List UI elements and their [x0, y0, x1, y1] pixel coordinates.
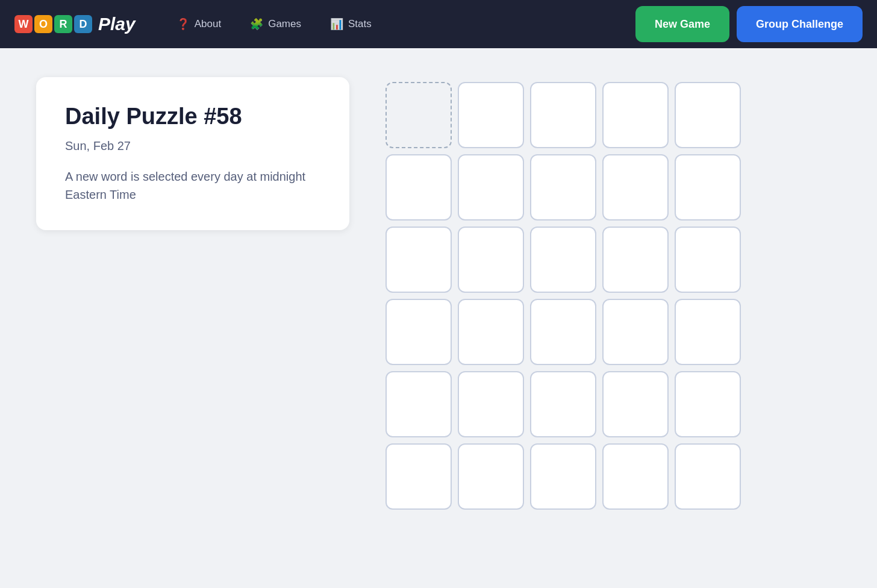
grid-cell[interactable] — [602, 154, 669, 220]
grid-row — [385, 299, 841, 365]
grid-cell[interactable] — [675, 154, 741, 220]
nav-label-about: About — [195, 18, 221, 30]
grid-row — [385, 443, 841, 510]
nav-item-games[interactable]: 🧩 Games — [238, 13, 313, 36]
logo[interactable]: W O R D Play — [14, 14, 136, 34]
grid-cell[interactable] — [530, 299, 596, 365]
grid-cell[interactable] — [675, 371, 741, 437]
grid-cell[interactable] — [602, 299, 669, 365]
grid-cell[interactable] — [458, 154, 524, 220]
new-game-button[interactable]: New Game — [635, 6, 729, 42]
grid-cell[interactable] — [675, 227, 741, 293]
nav-item-stats[interactable]: 📊 Stats — [318, 13, 384, 36]
grid-cell[interactable] — [602, 82, 669, 148]
nav-item-about[interactable]: ❓ About — [164, 13, 233, 36]
logo-tiles: W O R D — [14, 15, 92, 33]
grid-cell[interactable] — [602, 443, 669, 510]
grid-cell[interactable] — [458, 82, 524, 148]
nav-label-stats: Stats — [348, 18, 372, 30]
grid-cell[interactable] — [458, 299, 524, 365]
main-content: Daily Puzzle #58 Sun, Feb 27 A new word … — [0, 48, 877, 539]
stats-icon: 📊 — [330, 17, 343, 31]
grid-row — [385, 227, 841, 293]
grid-cell[interactable] — [530, 227, 596, 293]
grid-cell[interactable] — [458, 227, 524, 293]
puzzle-description: A new word is selected every day at midn… — [65, 167, 320, 204]
grid-cell[interactable] — [530, 154, 596, 220]
word-grid — [385, 77, 841, 510]
grid-cell[interactable] — [458, 371, 524, 437]
games-icon: 🧩 — [250, 17, 263, 31]
grid-cell[interactable] — [675, 82, 741, 148]
grid-cell[interactable] — [385, 371, 452, 437]
grid-cell[interactable] — [385, 443, 452, 510]
header-buttons: New Game Group Challenge — [635, 6, 863, 42]
nav-label-games: Games — [268, 18, 301, 30]
header: W O R D Play ❓ About 🧩 Games 📊 Stats New… — [0, 0, 877, 48]
grid-cell[interactable] — [602, 227, 669, 293]
grid-cell[interactable] — [385, 299, 452, 365]
grid-cell[interactable] — [530, 371, 596, 437]
grid-cell[interactable] — [530, 82, 596, 148]
grid-row — [385, 154, 841, 220]
logo-tile-r: R — [54, 15, 72, 33]
about-icon: ❓ — [176, 17, 190, 31]
grid-cell[interactable] — [675, 299, 741, 365]
grid-cell[interactable] — [385, 82, 452, 148]
grid-row — [385, 371, 841, 437]
puzzle-date: Sun, Feb 27 — [65, 139, 320, 153]
grid-cell[interactable] — [602, 371, 669, 437]
info-card: Daily Puzzle #58 Sun, Feb 27 A new word … — [36, 77, 349, 230]
grid-cell[interactable] — [385, 154, 452, 220]
grid-row — [385, 82, 841, 148]
grid-cell[interactable] — [530, 443, 596, 510]
logo-text: Play — [98, 14, 136, 34]
logo-tile-d: D — [74, 15, 92, 33]
logo-tile-o: O — [34, 15, 52, 33]
logo-tile-w: W — [14, 15, 33, 33]
puzzle-title: Daily Puzzle #58 — [65, 104, 320, 130]
grid-cell[interactable] — [385, 227, 452, 293]
grid-cell[interactable] — [675, 443, 741, 510]
group-challenge-button[interactable]: Group Challenge — [737, 6, 863, 42]
nav: ❓ About 🧩 Games 📊 Stats — [164, 13, 635, 36]
grid-cell[interactable] — [458, 443, 524, 510]
